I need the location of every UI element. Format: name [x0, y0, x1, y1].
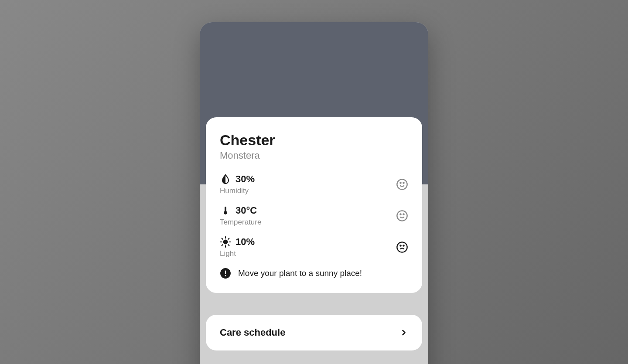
frown-icon: [396, 241, 408, 253]
chevron-right-icon: [399, 328, 408, 337]
svg-point-5: [403, 214, 404, 215]
alert-row: Move your plant to a sunny place!: [220, 268, 408, 279]
svg-point-1: [400, 183, 401, 184]
svg-point-20: [225, 276, 226, 277]
svg-rect-19: [225, 271, 226, 275]
svg-point-2: [403, 183, 404, 184]
metrics-list: 30% Humidity: [220, 173, 408, 279]
smile-icon: [396, 178, 408, 191]
light-label: Light: [220, 249, 255, 258]
warning-icon: [220, 268, 231, 279]
smile-icon: [396, 210, 408, 222]
sun-icon: [220, 236, 231, 248]
metric-temperature: 30°C Temperature: [220, 205, 408, 227]
svg-line-10: [228, 245, 229, 246]
light-value: 10%: [236, 236, 255, 248]
svg-point-6: [223, 240, 228, 245]
temperature-label: Temperature: [220, 218, 261, 227]
svg-point-3: [397, 211, 407, 221]
content-area: Chester Monstera 30%: [200, 117, 428, 350]
droplet-icon: [220, 173, 231, 185]
svg-point-15: [397, 242, 407, 252]
svg-point-0: [397, 180, 407, 190]
alert-text: Move your plant to a sunny place!: [238, 269, 362, 278]
care-schedule-button[interactable]: Care schedule: [206, 315, 422, 350]
metric-humidity: 30% Humidity: [220, 173, 408, 195]
plant-info-card: Chester Monstera 30%: [206, 117, 422, 293]
temperature-value: 30°C: [236, 205, 257, 216]
phone-frame: Chester Monstera 30%: [200, 22, 428, 364]
svg-point-17: [403, 245, 404, 246]
humidity-value: 30%: [236, 173, 255, 185]
svg-line-9: [222, 238, 223, 239]
humidity-label: Humidity: [220, 187, 255, 195]
svg-line-13: [222, 245, 223, 246]
plant-name: Chester: [220, 132, 408, 148]
plant-type: Monstera: [220, 150, 408, 161]
care-schedule-title: Care schedule: [220, 327, 285, 338]
metric-light: 10% Light: [220, 236, 408, 258]
svg-point-16: [400, 245, 401, 246]
svg-point-4: [400, 214, 401, 215]
svg-line-14: [228, 238, 229, 239]
thermometer-icon: [220, 205, 231, 216]
